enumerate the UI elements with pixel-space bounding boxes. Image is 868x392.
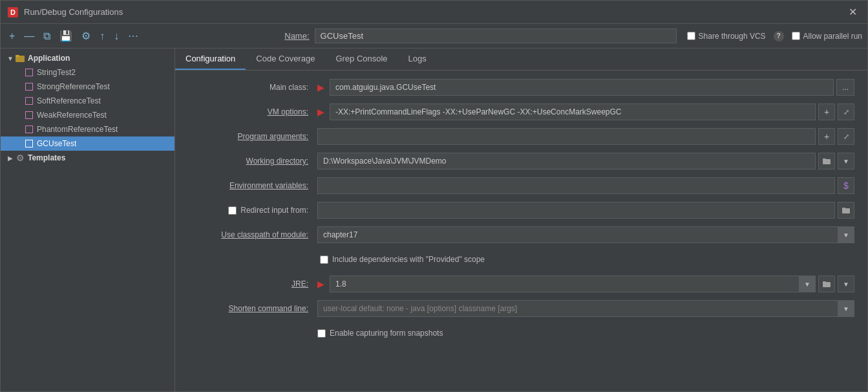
program-args-input[interactable]: [317, 128, 816, 145]
jre-folder-button[interactable]: [818, 276, 835, 292]
vm-options-arrow-icon: ▶: [317, 107, 324, 117]
env-vars-input[interactable]: [317, 177, 835, 194]
env-vars-dollar-button[interactable]: $: [838, 177, 854, 194]
add-button[interactable]: +: [6, 28, 18, 44]
help-icon[interactable]: ?: [774, 31, 784, 41]
allow-parallel-checkbox[interactable]: [792, 32, 800, 40]
file-icon-weakref: [24, 110, 34, 120]
jre-dropdown-wrapper: 1.8 ▼: [330, 276, 816, 292]
classpath-control: chapter17 ▼: [317, 226, 854, 243]
working-dir-row: Working directory: ▼: [188, 152, 854, 170]
name-right: Share through VCS ? Allow parallel run: [687, 31, 862, 41]
include-deps-row: Include dependencies with "Provided" sco…: [320, 250, 854, 268]
sidebar-item-softreferencetest[interactable]: SoftReferenceTest: [1, 94, 175, 108]
svg-rect-5: [823, 158, 826, 160]
allow-parallel-label[interactable]: Allow parallel run: [792, 32, 862, 41]
vm-options-input[interactable]: [330, 103, 816, 120]
redirect-input-field[interactable]: [317, 202, 835, 219]
program-args-add-button[interactable]: +: [818, 128, 835, 145]
stringtest2-label: StringTest2: [37, 68, 76, 77]
redirect-input-label: Redirect input from:: [188, 206, 317, 215]
folder-icon: [15, 53, 25, 63]
more-button[interactable]: ⋯: [125, 28, 142, 44]
app-icon: D: [7, 6, 19, 18]
sidebar: ▼ Application StringTest2: [1, 49, 175, 391]
vm-options-add-button[interactable]: +: [818, 103, 835, 120]
gcusetest-label: GCUseTest: [37, 139, 76, 148]
copy-button[interactable]: ⧉: [40, 28, 54, 44]
sidebar-item-phantomreferencetest[interactable]: PhantomReferenceTest: [1, 122, 175, 136]
phantomref-label: PhantomReferenceTest: [37, 125, 118, 134]
shorten-dropdown-wrapper: user-local default: none - java [options…: [317, 300, 854, 317]
move-up-button[interactable]: ↑: [96, 28, 108, 44]
svg-rect-9: [823, 281, 826, 283]
window-title: Run/Debug Configurations: [24, 7, 845, 17]
file-icon-strongref: [24, 82, 34, 92]
jre-arrow-icon: ▶: [317, 279, 324, 289]
program-args-row: Program arguments: + ⤢: [188, 127, 854, 146]
include-deps-label[interactable]: Include dependencies with "Provided" sco…: [320, 255, 485, 264]
svg-rect-7: [842, 208, 845, 210]
form-area: Main class: ▶ ... VM options: ▶ + ⤢: [175, 71, 867, 391]
tab-logs[interactable]: Logs: [398, 49, 437, 70]
application-label: Application: [28, 54, 70, 63]
vm-options-control: ▶ + ⤢: [317, 103, 854, 120]
enable-snapshots-checkbox[interactable]: [317, 329, 326, 338]
main-class-browse-button[interactable]: ...: [836, 79, 854, 96]
vm-options-expand-button[interactable]: ⤢: [838, 103, 854, 120]
name-input[interactable]: [315, 28, 677, 43]
classpath-select[interactable]: chapter17: [317, 226, 854, 243]
tabs-bar: Configuration Code Coverage Grep Console…: [175, 49, 867, 71]
jre-select[interactable]: 1.8: [330, 276, 816, 292]
jre-expand-button[interactable]: ▼: [838, 276, 854, 292]
shorten-control: user-local default: none - java [options…: [317, 300, 854, 317]
window: D Run/Debug Configurations ✕ + — ⧉ 💾 ⚙ ↑…: [0, 0, 868, 392]
redirect-input-checkbox[interactable]: [228, 206, 237, 215]
sidebar-item-templates[interactable]: ▶ ⚙ Templates: [1, 151, 175, 165]
classpath-dropdown-wrapper: chapter17 ▼: [317, 226, 854, 243]
sidebar-item-stringtest2[interactable]: StringTest2: [1, 65, 175, 80]
redirect-input-folder-button[interactable]: [838, 202, 854, 219]
sidebar-item-application[interactable]: ▼ Application: [1, 51, 175, 65]
file-icon-gcusetest: [24, 138, 34, 149]
file-icon-phantomref: [24, 124, 34, 135]
redirect-input-control: [317, 202, 854, 219]
include-deps-checkbox[interactable]: [320, 256, 328, 264]
share-vcs-checkbox[interactable]: [687, 32, 695, 40]
templates-label: Templates: [28, 153, 65, 162]
main-class-label: Main class:: [188, 83, 317, 92]
tab-code-coverage[interactable]: Code Coverage: [246, 49, 325, 70]
jre-row: JRE: ▶ 1.8 ▼: [188, 275, 854, 293]
tab-configuration[interactable]: Configuration: [175, 49, 246, 70]
sidebar-item-weakreferencetest[interactable]: WeakReferenceTest: [1, 108, 175, 122]
move-down-button[interactable]: ↓: [111, 28, 122, 44]
expand-templates-arrow: ▶: [6, 153, 15, 162]
shorten-select[interactable]: user-local default: none - java [options…: [317, 300, 854, 317]
program-args-expand-button[interactable]: ⤢: [838, 128, 854, 145]
remove-button[interactable]: —: [21, 28, 37, 44]
vm-options-row: VM options: ▶ + ⤢: [188, 103, 854, 121]
working-dir-dropdown-button[interactable]: ▼: [838, 153, 854, 169]
working-dir-input[interactable]: [317, 153, 816, 169]
main-class-input[interactable]: [330, 79, 834, 96]
main-class-control: ▶ ...: [317, 79, 854, 96]
env-vars-control: $: [317, 177, 854, 194]
svg-rect-3: [16, 55, 19, 57]
toolbar: + — ⧉ 💾 ⚙ ↑ ↓ ⋯ Name: Share through VCS …: [1, 24, 867, 49]
sidebar-item-strongreferencetest[interactable]: StrongReferenceTest: [1, 80, 175, 94]
enable-snapshots-label[interactable]: Enable capturing form snapshots: [317, 329, 443, 338]
save-button[interactable]: 💾: [56, 28, 76, 44]
jre-label: JRE:: [188, 279, 317, 289]
sidebar-item-gcusetest[interactable]: GCUseTest: [1, 136, 175, 151]
working-dir-folder-button[interactable]: [818, 153, 835, 169]
share-vcs-label[interactable]: Share through VCS: [687, 32, 766, 41]
working-dir-label: Working directory:: [188, 157, 317, 166]
redirect-input-row: Redirect input from:: [188, 201, 854, 219]
main-class-arrow-icon: ▶: [317, 82, 324, 93]
weakref-label: WeakReferenceTest: [37, 111, 107, 120]
settings-button[interactable]: ⚙: [78, 28, 94, 44]
close-button[interactable]: ✕: [845, 5, 861, 19]
enable-snapshots-row: Enable capturing form snapshots: [188, 324, 854, 342]
tab-grep-console[interactable]: Grep Console: [325, 49, 397, 70]
shorten-row: Shorten command line: user-local default…: [188, 299, 854, 318]
